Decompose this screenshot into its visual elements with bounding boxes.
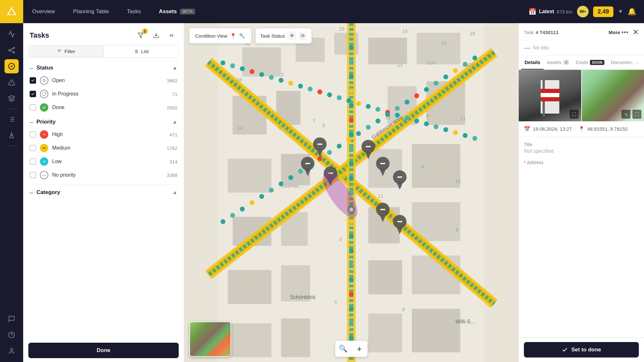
photo-expand-icon[interactable]: ⛶ — [570, 110, 579, 119]
svg-point-33 — [43, 79, 45, 81]
tasks-panel: Tasks 2 Filter List — [23, 23, 184, 362]
filter-toggle-btn[interactable]: Filter — [28, 45, 103, 58]
status-collapse-icon[interactable]: ▲ — [172, 65, 177, 71]
priority-medium-checkbox[interactable] — [30, 145, 36, 151]
category-section-header: – Category ▲ — [28, 184, 179, 198]
map-thumb-expand-icon[interactable]: ⛶ — [632, 110, 641, 119]
status-done-item: Done 2002 — [28, 101, 179, 114]
minimap[interactable] — [189, 321, 231, 357]
svg-point-110 — [317, 156, 322, 161]
dropdown-arrow-icon[interactable]: ▼ — [618, 9, 623, 14]
map-area: Condition View 📍 🔧 Task Status ✳ ⟳ — [184, 23, 518, 362]
nav-tasks[interactable]: Tasks — [118, 0, 150, 23]
svg-text:7: 7 — [313, 118, 315, 123]
svg-text:Gasmac...: Gasmac... — [281, 183, 303, 189]
latest-section[interactable]: 📅 Latest 673 km — [528, 8, 573, 15]
priority-high-checkbox[interactable] — [30, 131, 36, 138]
search-map-btn[interactable]: 🔍 — [335, 341, 351, 357]
svg-point-92 — [463, 133, 468, 138]
svg-point-115 — [269, 188, 274, 192]
svg-point-71 — [259, 72, 264, 77]
version-badge[interactable]: 2.49 — [593, 6, 613, 17]
svg-text:11/1: 11/1 — [426, 60, 436, 65]
calendar-icon: 📅 — [528, 8, 536, 15]
bell-icon[interactable]: 🔔 — [628, 7, 636, 16]
nav-planning-table[interactable]: Planning Table — [64, 0, 118, 23]
more-button[interactable]: More ••• — [609, 29, 629, 36]
svg-text:12: 12 — [385, 115, 391, 120]
set-done-label: Set to done — [571, 347, 601, 353]
svg-point-20 — [10, 348, 13, 351]
svg-text:5: 5 — [339, 237, 342, 242]
priority-collapse-icon[interactable]: ▲ — [172, 119, 177, 125]
svg-point-121 — [349, 45, 354, 50]
sidebar-icon-filter[interactable] — [5, 112, 19, 126]
svg-text:1023: 1023 — [463, 62, 473, 68]
priority-medium-icon — [40, 144, 48, 152]
priority-low-item: Low 314 — [28, 155, 179, 168]
svg-point-140 — [349, 321, 354, 326]
download-icon[interactable] — [150, 30, 162, 41]
wrench-icon: 🔧 — [239, 33, 245, 39]
sidebar-icon-warning[interactable] — [5, 75, 19, 89]
svg-point-91 — [453, 130, 458, 135]
map-thumb-fullscreen-icon[interactable]: ⤡ — [621, 110, 630, 119]
close-detail-button[interactable]: ✕ — [632, 28, 639, 36]
priority-low-label: Low — [52, 159, 166, 164]
svg-point-77 — [317, 89, 322, 94]
svg-point-129 — [349, 161, 354, 166]
sidebar-icon-layers[interactable] — [5, 91, 19, 106]
sidebar-icon-user[interactable] — [5, 344, 19, 358]
priority-high-label: High — [52, 132, 166, 137]
svg-point-118 — [240, 207, 245, 211]
svg-point-106 — [356, 131, 361, 136]
required-indicator: * — [524, 160, 526, 165]
priority-none-checkbox[interactable] — [30, 172, 36, 178]
detail-tabs: Details Assets 0 Costs SOON Documen... › — [519, 56, 644, 70]
filter-badge: 2 — [142, 28, 148, 34]
tab-details[interactable]: Details — [521, 56, 544, 70]
sidebar-icon-help[interactable] — [5, 328, 19, 342]
status-done-checkbox[interactable] — [30, 104, 36, 111]
tab-documents[interactable]: Documen... › — [608, 56, 641, 70]
sidebar-icon-tasks[interactable] — [5, 59, 19, 73]
sidebar-icon-cone[interactable] — [5, 128, 19, 143]
svg-point-98 — [434, 81, 439, 86]
task-status-btn[interactable]: Task Status ✳ ⟳ — [255, 28, 312, 44]
sidebar-icon-analytics[interactable] — [5, 27, 19, 41]
filter-badge-btn[interactable]: 2 — [135, 30, 147, 41]
tab-costs[interactable]: Costs SOON — [573, 56, 608, 70]
nav-overview[interactable]: Overview — [23, 0, 64, 23]
more-label: More — [609, 30, 620, 35]
notification-badge[interactable]: 99+ — [577, 6, 589, 17]
svg-point-134 — [349, 234, 354, 238]
list-toggle-btn[interactable]: List — [103, 45, 179, 58]
status-inprogress-checkbox[interactable] — [30, 91, 36, 97]
zoom-in-btn[interactable]: + — [351, 341, 367, 357]
status-open-checkbox[interactable] — [30, 77, 36, 84]
logo[interactable] — [0, 0, 23, 23]
detail-photo[interactable]: ⛶ — [519, 70, 581, 121]
tab-chevron-icon: › — [637, 60, 638, 65]
priority-none-icon: – — [40, 171, 48, 179]
priority-low-checkbox[interactable] — [30, 158, 36, 165]
done-button[interactable]: Done — [28, 343, 179, 358]
tab-assets[interactable]: Assets 0 — [544, 56, 573, 70]
svg-text:8: 8 — [426, 113, 429, 118]
detail-map-thumb[interactable]: ⛶ ⤡ — [581, 70, 644, 121]
set-done-button[interactable]: Set to done — [524, 342, 639, 357]
task-status-label: Task Status — [260, 33, 285, 39]
filter-btn-label: Filter — [64, 49, 75, 54]
condition-view-btn[interactable]: Condition View 📍 🔧 — [189, 28, 252, 44]
assets-count-badge: 0 — [563, 60, 569, 65]
svg-point-80 — [346, 98, 351, 103]
priority-minus-icon: – — [30, 119, 33, 125]
svg-point-125 — [349, 103, 354, 108]
sidebar-icon-comment[interactable] — [5, 312, 19, 326]
collapse-icon[interactable] — [166, 30, 177, 41]
category-collapse-icon[interactable]: ▲ — [172, 190, 177, 195]
detail-meta: 📅 19.06.2024, 13:27 📍 48.81551, 9.78152 — [519, 121, 644, 137]
sidebar-icon-nodes[interactable] — [5, 43, 19, 57]
nav-links: Overview Planning Table Tasks Assets BET… — [23, 0, 204, 23]
nav-assets[interactable]: Assets BETA — [150, 0, 204, 23]
